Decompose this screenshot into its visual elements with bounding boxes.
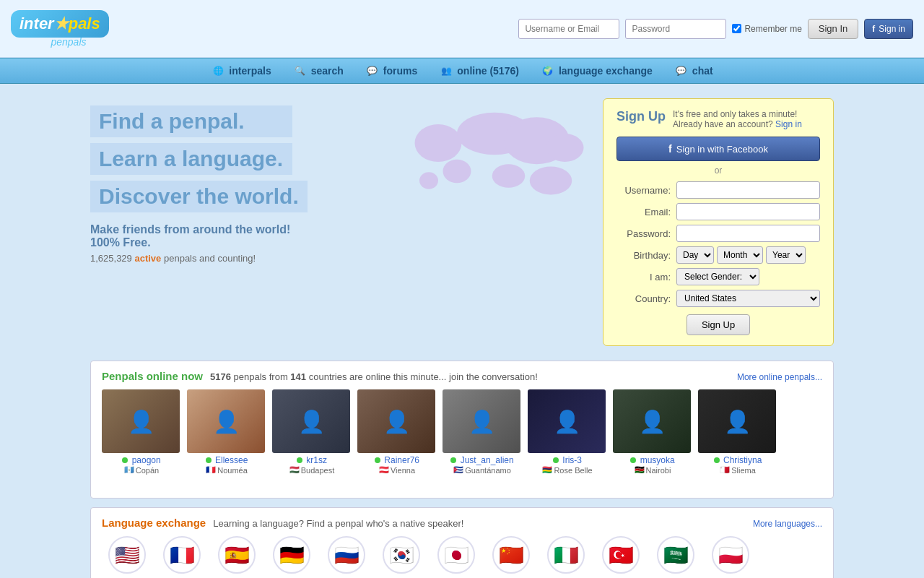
nav-language-exchange[interactable]: 🌍 language exchange	[541, 64, 653, 78]
signup-header: Sign Up It's free and only takes a minut…	[616, 109, 820, 129]
lang-flag: 🇺🇸	[108, 536, 146, 574]
penpal-name[interactable]: musyoka	[613, 455, 692, 465]
penpal-card: 👤 Iris-3 🇲🇺 Rose Belle	[528, 389, 607, 475]
language-item[interactable]: 🇸🇦 Arabic 👤 26639	[650, 536, 701, 578]
penpal-photo-bg: 👤	[187, 389, 265, 453]
penpal-name[interactable]: Rainer76	[357, 455, 437, 465]
left-column: Find a penpal. Learn a language. Discove…	[90, 98, 588, 346]
language-item[interactable]: 🇮🇹 Italian 👤 35279	[541, 536, 591, 578]
more-languages-link[interactable]: More languages...	[753, 519, 822, 529]
penpal-username[interactable]: paogon	[132, 455, 161, 465]
location-text: Rose Belle	[554, 466, 592, 475]
language-item[interactable]: 🇺🇸 English 👤 978016	[102, 536, 152, 578]
signin-button[interactable]: Sign In	[808, 19, 858, 39]
penpal-photo-bg: 👤	[613, 389, 691, 453]
penpals-online-section: Penpals online now 5176 penpals from 141…	[90, 361, 834, 499]
nav-search[interactable]: 🔍 search	[293, 64, 344, 78]
email-row: Email:	[616, 203, 820, 220]
lang-flag: 🇹🇷	[602, 536, 640, 574]
nav-chat-label: chat	[692, 65, 713, 77]
penpal-card: 👤 Ellessee 🇫🇷 Nouméa	[187, 389, 266, 475]
username-input[interactable]	[518, 19, 619, 39]
language-exchange-section: Language exchange Learning a language? F…	[90, 507, 834, 578]
svg-point-6	[530, 167, 572, 195]
online-indicator	[375, 457, 380, 463]
penpal-photo: 👤	[272, 389, 350, 453]
penpal-name[interactable]: Ellessee	[187, 455, 266, 465]
penpal-photo-bg: 👤	[443, 389, 520, 453]
year-select[interactable]: Year	[766, 246, 806, 264]
nav-chat[interactable]: 💬 chat	[674, 64, 713, 78]
language-item[interactable]: 🇩🇪 German 👤 99632	[266, 536, 317, 578]
language-item[interactable]: 🇹🇷 Turkish 👤 28946	[596, 536, 646, 578]
remember-checkbox[interactable]	[732, 24, 741, 33]
fb-signin-header-button[interactable]: f Sign in	[864, 19, 913, 39]
penpal-location: 🇦🇹 Vienna	[357, 465, 437, 475]
nav-forums-icon: 💬	[365, 64, 380, 78]
flag-icon: 🇲🇺	[542, 465, 552, 475]
penpal-card: 👤 paogon 🇬🇹 Copán	[102, 389, 181, 475]
password-input[interactable]	[625, 19, 726, 39]
logo-box[interactable]: inter★pals	[11, 10, 109, 38]
language-item[interactable]: 🇪🇸 Spanish 👤 130168	[212, 536, 262, 578]
tagline-2-box: Learn a language.	[90, 143, 292, 175]
birthday-label: Birthday:	[616, 250, 671, 261]
country-select[interactable]: United States	[676, 290, 820, 307]
penpal-name[interactable]: Iris-3	[528, 455, 607, 465]
month-select[interactable]: Month	[717, 246, 763, 264]
signup-email-input[interactable]	[676, 203, 820, 220]
penpal-location: 🇲🇹 Sliema	[698, 465, 777, 475]
header: inter★pals penpals Remember me Sign In f…	[0, 0, 924, 58]
penpal-username[interactable]: Christiyna	[723, 455, 762, 465]
main-content: Find a penpal. Learn a language. Discove…	[79, 98, 845, 346]
logo-inter: inter	[19, 14, 54, 33]
penpal-username[interactable]: Iris-3	[562, 455, 582, 465]
penpal-photo-bg: 👤	[102, 389, 180, 453]
signup-signin-link[interactable]: Sign in	[775, 119, 802, 129]
fb-signup-button[interactable]: f Sign in with Facebook	[616, 137, 820, 161]
penpal-name[interactable]: paogon	[102, 455, 181, 465]
penpal-username[interactable]: Just_an_alien	[461, 455, 514, 465]
signup-title: Sign Up	[616, 109, 666, 124]
penpal-name[interactable]: Christiyna	[698, 455, 777, 465]
signup-password-input[interactable]	[676, 225, 820, 242]
penpal-username[interactable]: kr1sz	[306, 455, 327, 465]
language-item[interactable]: 🇨🇳 Chinese 👤 50554	[486, 536, 536, 578]
flag-icon: 🇲🇹	[720, 465, 730, 475]
language-item[interactable]: 🇫🇷 French 👤 147402	[157, 536, 207, 578]
remember-me-label[interactable]: Remember me	[732, 24, 801, 34]
logo-star: ★	[54, 14, 69, 33]
penpal-photo-bg: 👤	[528, 389, 606, 453]
language-item[interactable]: 🇯🇵 Japanese 👤 64080	[431, 536, 481, 578]
or-divider: or	[616, 165, 820, 176]
signup-subtitle-area: It's free and only takes a minute! Alrea…	[673, 109, 802, 129]
language-item[interactable]: 🇷🇺 Russian 👤 94021	[321, 536, 372, 578]
penpal-name[interactable]: kr1sz	[272, 455, 352, 465]
penpal-username[interactable]: musyoka	[640, 455, 675, 465]
nav-online[interactable]: 👥 online (5176)	[439, 64, 519, 78]
penpal-username[interactable]: Rainer76	[384, 455, 419, 465]
penpal-photo: 👤	[698, 389, 776, 453]
password-label: Password:	[616, 228, 671, 239]
language-item[interactable]: 🇵🇱 Polish 👤 25025	[705, 536, 756, 578]
flag-icon: 🇨🇺	[453, 465, 463, 475]
lang-flag: 🇮🇹	[547, 536, 585, 574]
day-select[interactable]: Day	[676, 246, 714, 264]
username-label: Username:	[616, 185, 671, 196]
gender-select[interactable]: Select Gender:	[676, 268, 759, 285]
lang-flag: 🇸🇦	[657, 536, 694, 574]
svg-point-4	[443, 160, 471, 184]
signup-submit-button[interactable]: Sign Up	[687, 314, 750, 335]
penpal-location: 🇲🇺 Rose Belle	[528, 465, 607, 475]
nav-forums[interactable]: 💬 forums	[365, 64, 417, 78]
more-online-link[interactable]: More online penpals...	[737, 372, 822, 382]
online-indicator	[122, 457, 128, 463]
penpal-name[interactable]: Just_an_alien	[443, 455, 522, 465]
penpal-card: 👤 Rainer76 🇦🇹 Vienna	[357, 389, 437, 475]
birthday-row: Birthday: Day Month Year	[616, 246, 820, 264]
flag-icon: 🇦🇹	[379, 465, 389, 475]
signup-username-input[interactable]	[676, 181, 820, 199]
language-item[interactable]: 🇰🇷 Korean 👤 85126	[376, 536, 427, 578]
nav-interpals[interactable]: 🌐 interpals	[211, 64, 271, 78]
penpal-username[interactable]: Ellessee	[215, 455, 248, 465]
